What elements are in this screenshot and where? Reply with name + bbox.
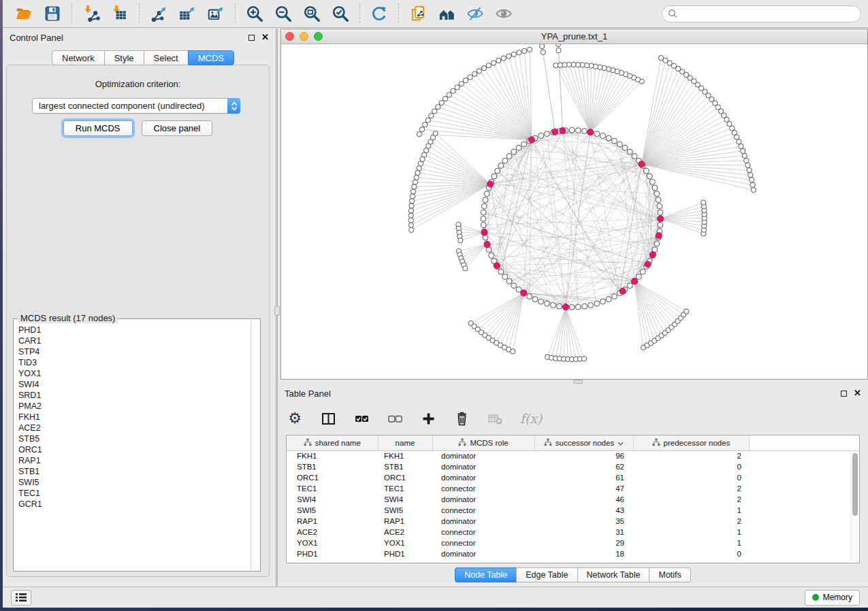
list-item[interactable]: TEC1 [18,488,249,499]
select-stepper-icon [227,98,240,114]
mcds-result-list[interactable]: PHD1CAR1STP4TID3YOX1SWI4SRD1PMA2FKH1ACE2… [18,325,249,569]
search-input[interactable] [681,7,855,20]
zoom-out-icon[interactable] [273,3,293,24]
zoom-fit-icon[interactable] [302,3,322,24]
table-row[interactable]: RAP1RAP1dominator352 [287,516,859,527]
mcds-result-group: MCDS result (17 nodes) PHD1CAR1STP4TID3Y… [13,318,261,572]
table-row[interactable]: TEC1TEC1connector472 [287,483,859,494]
tree-icon [544,438,552,448]
hide-selected-icon[interactable] [465,3,485,24]
table-scrollbar[interactable] [850,452,858,561]
export-network-icon[interactable] [148,3,169,24]
tab-network-table[interactable]: Network Table [577,567,649,582]
zoom-selected-icon[interactable] [330,3,351,24]
close-window-button[interactable] [285,32,294,41]
tab-node-table[interactable]: Node Table [455,567,516,582]
network-window-titlebar[interactable]: YPA_prune.txt_1 [281,29,867,44]
splitter-grip[interactable] [573,380,583,384]
list-scrollbar[interactable] [251,320,251,569]
control-panel-tabs: NetworkStyleSelectMCDS [52,50,234,65]
tab-select[interactable]: Select [144,50,188,65]
network-canvas[interactable] [281,44,867,379]
list-item[interactable]: FKH1 [18,412,249,423]
apply-layout-icon[interactable] [369,3,389,24]
clone-network-icon[interactable] [408,3,428,24]
table-row[interactable]: ORC1ORC1dominator610 [287,472,859,483]
network-view-window: YPA_prune.txt_1 [280,29,868,380]
open-icon[interactable] [14,3,34,24]
tab-style[interactable]: Style [104,50,144,65]
column-header-MCDS-role[interactable]: MCDS role [432,435,534,450]
table-row[interactable]: FKH1FKH1dominator962 [287,450,859,461]
list-item[interactable]: RAP1 [18,455,249,466]
float-panel-icon[interactable] [841,391,847,397]
maximize-window-button[interactable] [314,32,323,41]
panel-selector-button[interactable] [11,590,31,606]
export-image-icon[interactable] [206,3,226,24]
table-row[interactable]: PHD1PHD1dominator180 [287,548,859,559]
list-item[interactable]: STB5 [18,433,249,444]
run-mcds-button[interactable]: Run MCDS [63,120,133,136]
list-item[interactable]: SWI4 [18,379,249,390]
table-row[interactable]: STB1STB1dominator620 [287,461,859,472]
delete-column-icon[interactable] [453,410,470,427]
selected-option-text: largest connected component (undirected) [39,101,228,111]
table-header-row: shared namenameMCDS rolesuccessor nodesp… [287,435,859,450]
export-table-icon[interactable] [177,3,197,24]
import-table-icon[interactable] [110,3,130,24]
tab-network[interactable]: Network [52,50,104,65]
close-panel-icon[interactable]: ✕ [261,34,269,41]
function-builder-icon: f(x) [519,410,543,427]
table-row[interactable]: SWI4SWI4dominator462 [287,494,859,505]
split-view-icon[interactable] [319,410,337,427]
network-graph[interactable] [281,44,867,379]
column-header-successor-nodes[interactable]: successor nodes [534,435,633,450]
table-row[interactable]: YOX1YOX1connector291 [287,538,859,548]
list-item[interactable]: CAR1 [18,335,249,346]
close-panel-button[interactable]: Close panel [142,120,213,136]
first-neighbors-icon[interactable] [436,3,457,24]
select-all-checks-icon[interactable] [353,410,370,427]
scrollbar-thumb[interactable] [852,453,858,516]
optimization-criterion-select[interactable]: largest connected component (undirected) [32,98,240,114]
add-column-icon[interactable] [419,410,437,427]
column-header-shared-name[interactable]: shared name [287,435,378,450]
deselect-all-checks-icon[interactable] [386,410,404,427]
save-icon[interactable] [42,3,63,24]
cytoscape-app-window: Control Panel ✕ NetworkStyleSelectMCDS O… [3,0,868,608]
list-item[interactable]: GCR1 [18,499,249,510]
control-panel: Control Panel ✕ NetworkStyleSelectMCDS O… [3,29,276,587]
list-item[interactable]: ACE2 [18,423,249,433]
column-header-name[interactable]: name [378,435,432,450]
tab-mcds[interactable]: MCDS [188,50,234,65]
node-table-container: shared namenameMCDS rolesuccessor nodesp… [286,435,860,563]
table-row[interactable]: ACE2ACE2connector311 [287,527,859,538]
tab-edge-table[interactable]: Edge Table [516,567,577,582]
column-header-predecessor-nodes[interactable]: predecessor nodes [633,435,749,450]
minimize-window-button[interactable] [300,32,308,41]
table-row[interactable]: SWI5SWI5connector431 [287,505,859,516]
list-item[interactable]: PMA2 [18,401,249,412]
list-icon [15,593,27,602]
list-item[interactable]: ORC1 [18,444,249,455]
list-item[interactable]: SWI5 [18,477,249,488]
import-network-icon[interactable] [81,3,101,24]
column-settings-icon[interactable]: ⚙ [286,410,304,427]
workspace-area: YPA_prune.txt_1 Table Panel ✕ ⚙f(x) shar… [278,29,868,587]
horizontal-splitter[interactable] [278,380,868,384]
show-all-icon[interactable] [494,3,514,24]
close-panel-icon[interactable]: ✕ [854,390,861,397]
list-item[interactable]: STB1 [18,466,249,477]
list-item[interactable]: YOX1 [18,368,249,379]
list-item[interactable]: STP4 [18,346,249,357]
float-panel-icon[interactable] [248,35,255,41]
memory-button[interactable]: Memory [805,590,860,606]
list-item[interactable]: SRD1 [18,390,249,401]
list-item[interactable]: PHD1 [18,325,249,335]
memory-status-dot [812,594,819,601]
search-box[interactable] [662,5,861,22]
optimization-criterion-label: Optimization criterion: [7,79,269,89]
list-item[interactable]: TID3 [18,357,249,368]
tab-motifs[interactable]: Motifs [649,567,690,582]
zoom-in-icon[interactable] [244,3,265,24]
